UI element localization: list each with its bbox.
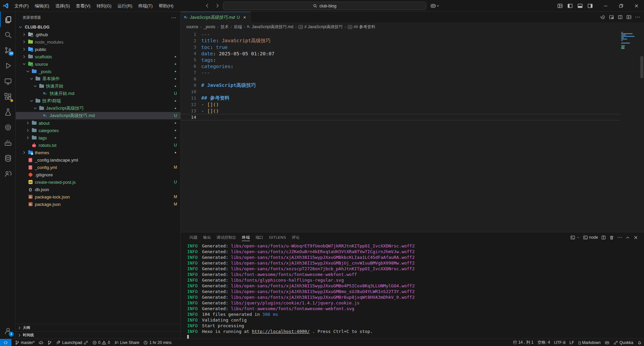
forward-icon[interactable] <box>215 3 220 8</box>
status-publish-changes[interactable] <box>37 339 45 346</box>
tree-item-tags[interactable]: tags● <box>16 134 180 141</box>
toggle-panel[interactable] <box>575 2 585 10</box>
menu-编辑(E)[interactable]: 编辑(E) <box>32 0 52 12</box>
menu-运行(R)[interactable]: 运行(R) <box>114 0 135 12</box>
terminal-more-actions-button[interactable]: ⋯ <box>616 234 623 241</box>
panel-tab-调试控制台[interactable]: 调试控制台 <box>217 232 236 242</box>
tree-item-robots.txt[interactable]: robots.txtU <box>16 141 180 149</box>
status-launchpad[interactable]: Launchpad <box>54 339 90 346</box>
tree-item-_config.yml[interactable]: _config.ymlM <box>16 164 180 171</box>
status-live-share[interactable]: Live Share <box>112 339 141 346</box>
status-eol[interactable]: LF <box>568 339 576 346</box>
tree-item-_posts[interactable]: _posts● <box>16 68 180 75</box>
command-center-search[interactable]: club-blog <box>223 2 426 10</box>
tree-item-.github[interactable]: .github <box>16 31 180 38</box>
activity-run-debug[interactable] <box>0 58 15 73</box>
breadcrumb-item[interactable]: ab# JavaScript高级技巧 <box>299 24 342 30</box>
close-panel-button[interactable] <box>632 234 639 241</box>
menu-帮助(H)[interactable]: 帮助(H) <box>156 0 176 12</box>
minimize-button[interactable] <box>598 0 613 12</box>
status-cursor-position[interactable]: 行 14 , 列 1 <box>511 339 536 346</box>
tree-item-CLUB-BLOG[interactable]: CLUB-BLOG <box>16 23 180 31</box>
split-editor-button[interactable] <box>616 13 624 21</box>
breadcrumb-item[interactable]: ab## 参考资料 <box>348 24 375 30</box>
toggle-primary-sidebar[interactable] <box>565 2 575 10</box>
tree-item-package.json[interactable]: npackage.jsonM <box>16 200 180 208</box>
menu-选择(S)[interactable]: 选择(S) <box>52 0 73 12</box>
activity-search[interactable] <box>0 27 15 43</box>
status-remote-indicator[interactable] <box>0 339 11 346</box>
status-session-time[interactable]: 1 hr 20 mins <box>141 339 173 346</box>
timeline-history-button[interactable] <box>599 13 606 21</box>
editor-scrollbar[interactable] <box>640 56 643 78</box>
editor-surface[interactable]: 1---2title: JavaScript高级技巧3toc: true4dat… <box>181 31 644 232</box>
minimap[interactable] <box>621 32 639 51</box>
tree-item-JavaScript高级技巧[interactable]: JavaScript高级技巧● <box>16 105 180 112</box>
tree-item-JavaScript高级技巧.md[interactable]: M↓JavaScript高级技巧.mdU <box>16 112 180 119</box>
tree-item-public[interactable]: public <box>16 46 180 53</box>
tab-close-icon[interactable]: × <box>242 15 248 20</box>
kill-terminal-button[interactable] <box>608 234 615 241</box>
menu-查看(V)[interactable]: 查看(V) <box>73 0 93 12</box>
tree-item-package-lock.json[interactable]: npackage-lock.jsonM <box>16 193 180 200</box>
status-notifications[interactable] <box>635 339 644 346</box>
customize-layout[interactable] <box>555 2 565 10</box>
restore-button[interactable] <box>613 0 629 12</box>
tree-item-技术\前端[interactable]: 技术\前端● <box>16 97 180 105</box>
breadcrumb-item[interactable]: 前端 <box>234 24 242 30</box>
menu-转到(G)[interactable]: 转到(G) <box>94 0 115 12</box>
toggle-secondary-sidebar[interactable] <box>585 2 595 10</box>
panel-tab-端口[interactable]: 端口 <box>256 232 263 242</box>
activity-explorer[interactable] <box>0 12 15 27</box>
tree-item-source[interactable]: source● <box>16 60 180 68</box>
status-indentation[interactable]: 空格: 4 <box>536 339 552 346</box>
tree-item-快速开始[interactable]: 快速开始● <box>16 82 180 90</box>
copilot-menu[interactable] <box>430 3 440 9</box>
breadcrumb-item[interactable]: source <box>186 24 198 29</box>
tree-item-db.json[interactable]: {}db.json <box>16 186 180 193</box>
menu-终端(T)[interactable]: 终端(T) <box>135 0 156 12</box>
status-problems[interactable]: 00 <box>90 339 112 346</box>
activity-docker[interactable] <box>0 135 15 151</box>
panel-tab-评论[interactable]: 评论 <box>292 232 300 242</box>
tree-item-基本操作[interactable]: 基本操作● <box>16 75 180 82</box>
tree-item-themes[interactable]: themes● <box>16 149 180 156</box>
tree-item-.gitignore[interactable]: .gitignore <box>16 171 180 178</box>
breadcrumb-item[interactable]: M↓JavaScript高级技巧.md <box>247 24 293 30</box>
activity-account[interactable]: 1 <box>0 323 15 339</box>
menu-文件(F)[interactable]: 文件(F) <box>11 0 32 12</box>
status-copilot-status[interactable] <box>603 339 611 346</box>
tree-item-node_modules[interactable]: node_modules <box>16 38 180 46</box>
activity-testing[interactable] <box>0 104 15 120</box>
tree-item-_config.landscape.yml[interactable]: _config.landscape.yml <box>16 156 180 164</box>
status-encoding[interactable]: UTF-8 <box>552 339 568 346</box>
activity-database[interactable] <box>0 151 15 166</box>
open-preview-button[interactable] <box>608 13 615 21</box>
activity-source-control[interactable]: 18 <box>0 43 15 58</box>
tree-item-create-nested-post.js[interactable]: JScreate-nested-post.jsU <box>16 178 180 186</box>
section-时间线[interactable]: 时间线 <box>16 331 180 339</box>
more-actions-button[interactable]: ⋯ <box>634 13 641 21</box>
tab-javascript-advanced-md[interactable]: M↓ JavaScript高级技巧.md U × <box>181 12 251 22</box>
close-button[interactable] <box>629 0 644 12</box>
activity-extensions[interactable] <box>0 89 15 104</box>
status-language-mode[interactable]: { }Markdown <box>576 339 603 346</box>
explorer-more-actions-icon[interactable]: ⋯ <box>171 15 176 21</box>
tree-item-快速开始.md[interactable]: M↓快速开始.mdU <box>16 90 180 97</box>
breadcrumb-item[interactable]: _posts <box>204 24 215 29</box>
split-terminal-button[interactable] <box>600 234 607 241</box>
breadcrumb-item[interactable]: 技术 <box>221 24 229 30</box>
tree-item-categories[interactable]: categories● <box>16 127 180 134</box>
terminal-output[interactable]: INFOGenerated: libs/open-sans/fonts/u-WU… <box>181 242 644 339</box>
status-quokka[interactable]: Quokka <box>611 339 635 346</box>
activity-live-share[interactable] <box>0 166 15 181</box>
panel-tab-终端[interactable]: 终端 <box>242 232 250 242</box>
terminal-session-button[interactable]: node <box>582 234 599 241</box>
panel-tab-问题[interactable]: 问题 <box>190 232 197 242</box>
maximize-panel-button[interactable] <box>624 234 631 241</box>
status-git-branch[interactable]: master* <box>13 339 37 346</box>
tree-item-scaffolds[interactable]: scaffolds● <box>16 53 180 60</box>
tree-item-about[interactable]: about● <box>16 119 180 127</box>
launch-profile-button[interactable] <box>569 234 581 241</box>
status-gitlens-branch[interactable] <box>45 339 54 346</box>
